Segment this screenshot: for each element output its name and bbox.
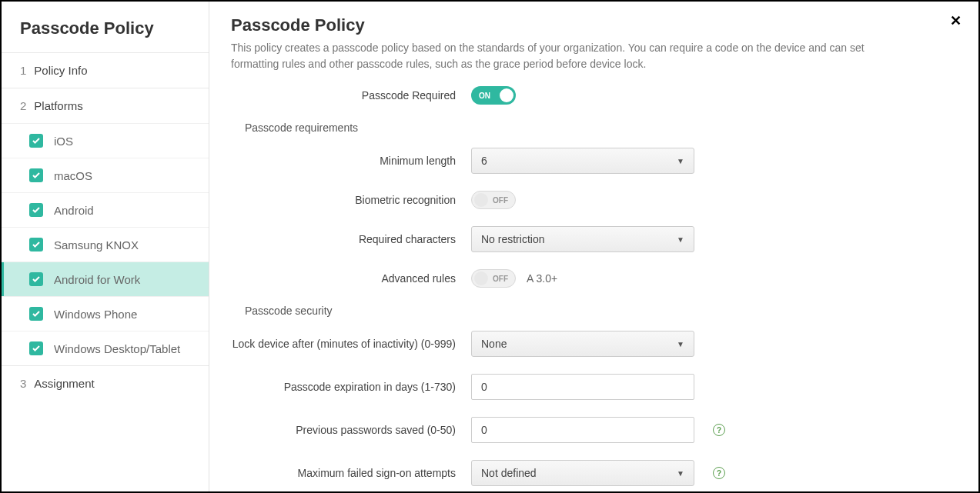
page-description: This policy creates a passcode policy ba… — [231, 40, 908, 72]
checkbox-icon[interactable] — [29, 134, 43, 148]
previous-pw-label: Previous passwords saved (0-50) — [231, 424, 471, 436]
select-value: 6 — [481, 155, 487, 167]
platform-label: Windows Phone — [54, 308, 137, 321]
platform-samsung-knox[interactable]: Samsung KNOX — [2, 227, 209, 261]
chevron-down-icon: ▼ — [677, 235, 684, 244]
toggle-on-text: ON — [479, 92, 490, 100]
platform-android-for-work[interactable]: Android for Work — [2, 261, 209, 296]
sidebar-title: Passcode Policy — [2, 2, 209, 52]
platform-macos[interactable]: macOS — [2, 158, 209, 192]
biometric-label: Biometric recognition — [231, 194, 471, 206]
max-failed-select[interactable]: Not defined ▼ — [471, 460, 694, 486]
biometric-toggle[interactable]: OFF — [471, 191, 516, 209]
platform-ios[interactable]: iOS — [2, 123, 209, 158]
help-icon[interactable]: ? — [713, 467, 725, 479]
advanced-rules-label: Advanced rules — [231, 272, 471, 285]
platform-label: Android for Work — [54, 273, 140, 286]
toggle-off-text: OFF — [493, 275, 508, 283]
platform-windows-desktop-tablet[interactable]: Windows Desktop/Tablet — [2, 331, 209, 365]
platform-label: iOS — [54, 135, 73, 148]
platform-label: Samsung KNOX — [54, 238, 139, 251]
lock-device-label: Lock device after (minutes of inactivity… — [231, 338, 471, 350]
toggle-knob — [474, 193, 488, 207]
section-security: Passcode security — [245, 305, 955, 317]
nav-step-assignment[interactable]: 3 Assignment — [2, 365, 209, 401]
expiration-label: Passcode expiration in days (1-730) — [231, 381, 471, 393]
step-number: 2 — [20, 99, 26, 112]
step-number: 1 — [20, 64, 26, 77]
max-failed-label: Maximum failed sign-on attempts — [231, 467, 471, 479]
nav-step-policy-info[interactable]: 1 Policy Info — [2, 52, 209, 88]
chevron-down-icon: ▼ — [677, 469, 684, 478]
checkbox-icon[interactable] — [29, 272, 43, 286]
min-length-select[interactable]: 6 ▼ — [471, 148, 694, 174]
expiration-input[interactable] — [471, 374, 694, 400]
advanced-rules-toggle[interactable]: OFF — [471, 269, 516, 288]
select-value: Not defined — [481, 467, 537, 479]
sidebar: Passcode Policy 1 Policy Info 2 Platform… — [2, 2, 209, 491]
platform-android[interactable]: Android — [2, 192, 209, 227]
toggle-knob — [474, 271, 488, 285]
advanced-rules-hint: A 3.0+ — [527, 272, 557, 285]
toggle-knob — [500, 88, 513, 102]
lock-device-select[interactable]: None ▼ — [471, 331, 694, 357]
select-value: None — [481, 338, 507, 350]
checkbox-icon[interactable] — [29, 341, 43, 355]
passcode-required-toggle[interactable]: ON — [471, 86, 516, 105]
chevron-down-icon: ▼ — [677, 157, 684, 165]
checkbox-icon[interactable] — [29, 238, 43, 251]
main-panel: ✕ Passcode Policy This policy creates a … — [209, 2, 978, 491]
page-title: Passcode Policy — [231, 15, 955, 35]
help-icon[interactable]: ? — [713, 424, 725, 436]
step-label: Platforms — [34, 99, 82, 112]
section-requirements: Passcode requirements — [245, 122, 955, 134]
nav-step-platforms[interactable]: 2 Platforms — [2, 88, 209, 123]
platform-label: Windows Desktop/Tablet — [54, 342, 180, 355]
step-number: 3 — [20, 377, 26, 390]
close-icon[interactable]: ✕ — [950, 12, 962, 29]
platform-label: Android — [54, 204, 94, 217]
checkbox-icon[interactable] — [29, 168, 43, 182]
required-chars-select[interactable]: No restriction ▼ — [471, 226, 694, 252]
platform-windows-phone[interactable]: Windows Phone — [2, 296, 209, 331]
required-chars-label: Required characters — [231, 233, 471, 245]
passcode-required-label: Passcode Required — [231, 89, 471, 102]
step-label: Assignment — [34, 377, 94, 390]
step-label: Policy Info — [34, 64, 87, 77]
toggle-off-text: OFF — [493, 196, 508, 205]
platform-label: macOS — [54, 169, 92, 182]
select-value: No restriction — [481, 233, 544, 245]
chevron-down-icon: ▼ — [677, 340, 684, 348]
checkbox-icon[interactable] — [29, 203, 43, 217]
previous-pw-input[interactable] — [471, 417, 694, 443]
checkbox-icon[interactable] — [29, 307, 43, 321]
min-length-label: Minimum length — [231, 155, 471, 167]
